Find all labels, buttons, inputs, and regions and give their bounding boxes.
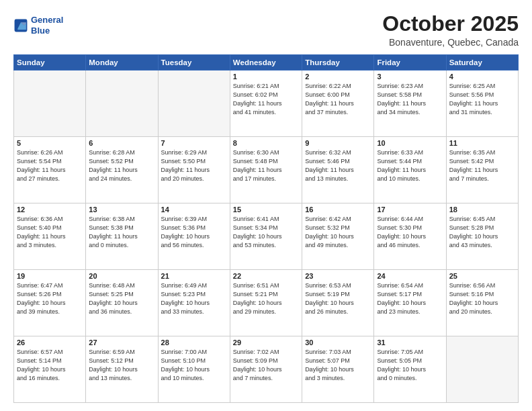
day-info: Sunrise: 6:53 AM Sunset: 5:19 PM Dayligh… <box>305 281 371 316</box>
calendar-cell: 13Sunrise: 6:38 AM Sunset: 5:38 PM Dayli… <box>86 203 158 270</box>
day-info: Sunrise: 6:54 AM Sunset: 5:17 PM Dayligh… <box>377 281 443 316</box>
weekday-header-thursday: Thursday <box>302 55 374 71</box>
day-number: 27 <box>89 338 154 347</box>
day-number: 12 <box>17 205 83 214</box>
weekday-header-saturday: Saturday <box>446 55 518 71</box>
page: General Blue October 2025 Bonaventure, Q… <box>0 0 532 411</box>
calendar-cell: 25Sunrise: 6:56 AM Sunset: 5:16 PM Dayli… <box>446 270 518 336</box>
day-info: Sunrise: 6:45 AM Sunset: 5:28 PM Dayligh… <box>449 215 515 250</box>
day-number: 4 <box>449 73 515 81</box>
day-number: 13 <box>89 205 154 214</box>
day-number: 21 <box>161 272 227 280</box>
day-number: 20 <box>89 272 154 280</box>
weekday-header-friday: Friday <box>374 55 446 71</box>
day-number: 26 <box>17 338 83 347</box>
day-number: 2 <box>305 73 371 81</box>
day-number: 17 <box>377 205 443 214</box>
weekday-header-wednesday: Wednesday <box>230 55 302 71</box>
calendar-cell: 15Sunrise: 6:41 AM Sunset: 5:34 PM Dayli… <box>230 203 302 270</box>
day-info: Sunrise: 6:47 AM Sunset: 5:26 PM Dayligh… <box>17 281 83 316</box>
calendar-cell: 22Sunrise: 6:51 AM Sunset: 5:21 PM Dayli… <box>230 270 302 336</box>
day-info: Sunrise: 6:36 AM Sunset: 5:40 PM Dayligh… <box>17 215 83 250</box>
calendar-cell: 14Sunrise: 6:39 AM Sunset: 5:36 PM Dayli… <box>158 203 230 270</box>
day-number: 1 <box>233 73 299 81</box>
calendar-week-3: 12Sunrise: 6:36 AM Sunset: 5:40 PM Dayli… <box>14 203 519 270</box>
calendar-cell: 12Sunrise: 6:36 AM Sunset: 5:40 PM Dayli… <box>14 203 86 270</box>
calendar-cell: 30Sunrise: 7:03 AM Sunset: 5:07 PM Dayli… <box>302 336 374 403</box>
calendar-cell: 7Sunrise: 6:29 AM Sunset: 5:50 PM Daylig… <box>158 137 230 203</box>
title-block: October 2025 Bonaventure, Quebec, Canada <box>382 12 519 48</box>
day-number: 7 <box>161 139 227 147</box>
calendar-cell <box>446 336 518 403</box>
calendar-cell <box>14 71 86 137</box>
day-number: 24 <box>377 272 443 280</box>
day-number: 6 <box>89 139 154 147</box>
day-number: 28 <box>161 338 227 347</box>
day-number: 19 <box>17 272 83 280</box>
day-info: Sunrise: 6:32 AM Sunset: 5:46 PM Dayligh… <box>305 148 371 183</box>
day-info: Sunrise: 6:39 AM Sunset: 5:36 PM Dayligh… <box>161 215 227 250</box>
calendar-table: SundayMondayTuesdayWednesdayThursdayFrid… <box>13 54 519 403</box>
day-info: Sunrise: 6:41 AM Sunset: 5:34 PM Dayligh… <box>233 215 299 250</box>
calendar-cell: 21Sunrise: 6:49 AM Sunset: 5:23 PM Dayli… <box>158 270 230 336</box>
calendar-cell: 17Sunrise: 6:44 AM Sunset: 5:30 PM Dayli… <box>374 203 446 270</box>
calendar-cell: 26Sunrise: 6:57 AM Sunset: 5:14 PM Dayli… <box>14 336 86 403</box>
calendar-cell <box>86 71 158 137</box>
day-number: 10 <box>377 139 443 147</box>
day-info: Sunrise: 6:21 AM Sunset: 6:02 PM Dayligh… <box>233 82 299 117</box>
day-info: Sunrise: 6:56 AM Sunset: 5:16 PM Dayligh… <box>449 281 515 316</box>
day-number: 5 <box>17 139 83 147</box>
weekday-header-tuesday: Tuesday <box>158 55 230 71</box>
calendar-cell: 1Sunrise: 6:21 AM Sunset: 6:02 PM Daylig… <box>230 71 302 137</box>
day-info: Sunrise: 7:05 AM Sunset: 5:05 PM Dayligh… <box>377 348 443 383</box>
calendar-cell: 24Sunrise: 6:54 AM Sunset: 5:17 PM Dayli… <box>374 270 446 336</box>
day-number: 25 <box>449 272 515 280</box>
calendar-cell: 6Sunrise: 6:28 AM Sunset: 5:52 PM Daylig… <box>86 137 158 203</box>
day-info: Sunrise: 7:00 AM Sunset: 5:10 PM Dayligh… <box>161 348 227 383</box>
calendar-cell: 16Sunrise: 6:42 AM Sunset: 5:32 PM Dayli… <box>302 203 374 270</box>
calendar-cell <box>158 71 230 137</box>
calendar-week-1: 1Sunrise: 6:21 AM Sunset: 6:02 PM Daylig… <box>14 71 519 137</box>
calendar-cell: 9Sunrise: 6:32 AM Sunset: 5:46 PM Daylig… <box>302 137 374 203</box>
calendar-cell: 3Sunrise: 6:23 AM Sunset: 5:58 PM Daylig… <box>374 71 446 137</box>
logo-icon <box>13 18 28 33</box>
calendar-cell: 19Sunrise: 6:47 AM Sunset: 5:26 PM Dayli… <box>14 270 86 336</box>
day-info: Sunrise: 6:35 AM Sunset: 5:42 PM Dayligh… <box>449 148 515 183</box>
day-number: 29 <box>233 338 299 347</box>
day-number: 31 <box>377 338 443 347</box>
day-info: Sunrise: 6:23 AM Sunset: 5:58 PM Dayligh… <box>377 82 443 117</box>
day-info: Sunrise: 6:57 AM Sunset: 5:14 PM Dayligh… <box>17 348 83 383</box>
day-info: Sunrise: 6:44 AM Sunset: 5:30 PM Dayligh… <box>377 215 443 250</box>
calendar-cell: 4Sunrise: 6:25 AM Sunset: 5:56 PM Daylig… <box>446 71 518 137</box>
header: General Blue October 2025 Bonaventure, Q… <box>13 12 519 48</box>
day-info: Sunrise: 6:26 AM Sunset: 5:54 PM Dayligh… <box>17 148 83 183</box>
calendar-cell: 5Sunrise: 6:26 AM Sunset: 5:54 PM Daylig… <box>14 137 86 203</box>
logo: General Blue <box>13 15 63 36</box>
day-info: Sunrise: 7:03 AM Sunset: 5:07 PM Dayligh… <box>305 348 371 383</box>
day-number: 9 <box>305 139 371 147</box>
day-info: Sunrise: 6:38 AM Sunset: 5:38 PM Dayligh… <box>89 215 154 250</box>
calendar-cell: 10Sunrise: 6:33 AM Sunset: 5:44 PM Dayli… <box>374 137 446 203</box>
day-number: 23 <box>305 272 371 280</box>
day-number: 15 <box>233 205 299 214</box>
location: Bonaventure, Quebec, Canada <box>382 37 519 48</box>
day-number: 16 <box>305 205 371 214</box>
month-title: October 2025 <box>382 12 519 36</box>
day-info: Sunrise: 6:33 AM Sunset: 5:44 PM Dayligh… <box>377 148 443 183</box>
calendar-cell: 8Sunrise: 6:30 AM Sunset: 5:48 PM Daylig… <box>230 137 302 203</box>
calendar-week-5: 26Sunrise: 6:57 AM Sunset: 5:14 PM Dayli… <box>14 336 519 403</box>
day-info: Sunrise: 6:42 AM Sunset: 5:32 PM Dayligh… <box>305 215 371 250</box>
calendar-cell: 23Sunrise: 6:53 AM Sunset: 5:19 PM Dayli… <box>302 270 374 336</box>
calendar-cell: 18Sunrise: 6:45 AM Sunset: 5:28 PM Dayli… <box>446 203 518 270</box>
day-info: Sunrise: 6:29 AM Sunset: 5:50 PM Dayligh… <box>161 148 227 183</box>
calendar-cell: 11Sunrise: 6:35 AM Sunset: 5:42 PM Dayli… <box>446 137 518 203</box>
day-number: 30 <box>305 338 371 347</box>
weekday-header-monday: Monday <box>86 55 158 71</box>
calendar-cell: 2Sunrise: 6:22 AM Sunset: 6:00 PM Daylig… <box>302 71 374 137</box>
calendar-cell: 29Sunrise: 7:02 AM Sunset: 5:09 PM Dayli… <box>230 336 302 403</box>
day-info: Sunrise: 6:22 AM Sunset: 6:00 PM Dayligh… <box>305 82 371 117</box>
calendar-cell: 20Sunrise: 6:48 AM Sunset: 5:25 PM Dayli… <box>86 270 158 336</box>
calendar-cell: 27Sunrise: 6:59 AM Sunset: 5:12 PM Dayli… <box>86 336 158 403</box>
day-info: Sunrise: 6:51 AM Sunset: 5:21 PM Dayligh… <box>233 281 299 316</box>
logo-text: General Blue <box>31 15 63 36</box>
